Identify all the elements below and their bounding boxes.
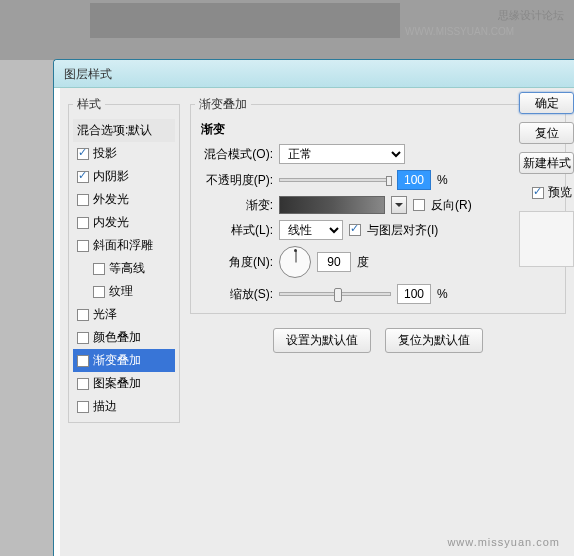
blend-mode-label: 混合模式(O): — [195, 146, 273, 163]
align-checkbox[interactable] — [349, 224, 361, 236]
style-checkbox[interactable] — [77, 217, 89, 229]
style-item[interactable]: 纹理 — [73, 280, 175, 303]
style-checkbox[interactable] — [77, 148, 89, 160]
gradient-sublabel: 渐变 — [201, 121, 561, 138]
style-item-label: 光泽 — [93, 306, 117, 323]
layer-style-dialog: 图层样式 样式 混合选项:默认 投影内阴影外发光内发光斜面和浮雕等高线纹理光泽颜… — [53, 59, 574, 556]
style-item-label: 描边 — [93, 398, 117, 415]
gradient-row: 渐变: 反向(R) — [195, 196, 561, 214]
style-row: 样式(L): 线性 与图层对齐(I) — [195, 220, 561, 240]
style-checkbox[interactable] — [77, 355, 89, 367]
angle-row: 角度(N): 90 度 — [195, 246, 561, 278]
style-checkbox[interactable] — [77, 171, 89, 183]
watermark-sub: WWW.MISSYUAN.COM — [405, 26, 514, 37]
style-item[interactable]: 投影 — [73, 142, 175, 165]
gradient-label: 渐变: — [195, 197, 273, 214]
style-item-label: 外发光 — [93, 191, 129, 208]
preview-swatch — [519, 211, 574, 267]
style-item-label: 图案叠加 — [93, 375, 141, 392]
watermark-main: 思缘设计论坛 — [498, 8, 564, 23]
style-item[interactable]: 斜面和浮雕 — [73, 234, 175, 257]
opacity-label: 不透明度(P): — [195, 172, 273, 189]
ok-button[interactable]: 确定 — [519, 92, 574, 114]
styles-items: 投影内阴影外发光内发光斜面和浮雕等高线纹理光泽颜色叠加渐变叠加图案叠加描边 — [73, 142, 175, 418]
reverse-label: 反向(R) — [431, 197, 472, 214]
style-item[interactable]: 等高线 — [73, 257, 175, 280]
preview-check-row: 预览 — [532, 184, 574, 201]
blend-mode-select[interactable]: 正常 — [279, 144, 405, 164]
gradient-overlay-legend: 渐变叠加 — [195, 96, 251, 113]
options-panel: 渐变叠加 渐变 混合模式(O): 正常 不透明度(P): 100 % 渐变: 反… — [190, 96, 566, 548]
opacity-thumb[interactable] — [386, 176, 392, 186]
preview-checkbox[interactable] — [532, 187, 544, 199]
align-label: 与图层对齐(I) — [367, 222, 438, 239]
style-item[interactable]: 颜色叠加 — [73, 326, 175, 349]
opacity-row: 不透明度(P): 100 % — [195, 170, 561, 190]
watermark-bottom: www.missyuan.com — [447, 536, 560, 548]
new-style-button[interactable]: 新建样式 — [519, 152, 574, 174]
style-checkbox[interactable] — [77, 240, 89, 252]
dialog-body: 样式 混合选项:默认 投影内阴影外发光内发光斜面和浮雕等高线纹理光泽颜色叠加渐变… — [60, 88, 574, 556]
style-item[interactable]: 描边 — [73, 395, 175, 418]
style-checkbox[interactable] — [77, 401, 89, 413]
style-item-label: 内发光 — [93, 214, 129, 231]
style-item[interactable]: 图案叠加 — [73, 372, 175, 395]
scale-unit: % — [437, 287, 448, 301]
style-item-label: 颜色叠加 — [93, 329, 141, 346]
preview-label: 预览 — [548, 184, 572, 201]
dialog-titlebar[interactable]: 图层样式 — [54, 60, 574, 88]
style-item-label: 等高线 — [109, 260, 145, 277]
cancel-button[interactable]: 复位 — [519, 122, 574, 144]
reverse-checkbox[interactable] — [413, 199, 425, 211]
styles-list: 混合选项:默认 — [73, 119, 175, 142]
angle-value[interactable]: 90 — [317, 252, 351, 272]
style-checkbox[interactable] — [93, 263, 105, 275]
gradient-dropdown-icon[interactable] — [391, 196, 407, 214]
scale-thumb[interactable] — [334, 288, 342, 302]
style-item-label: 纹理 — [109, 283, 133, 300]
style-item-label: 投影 — [93, 145, 117, 162]
style-item[interactable]: 内发光 — [73, 211, 175, 234]
style-checkbox[interactable] — [77, 332, 89, 344]
styles-fieldset: 样式 混合选项:默认 投影内阴影外发光内发光斜面和浮雕等高线纹理光泽颜色叠加渐变… — [68, 96, 180, 423]
style-item[interactable]: 光泽 — [73, 303, 175, 326]
blend-options-header[interactable]: 混合选项:默认 — [73, 119, 175, 142]
styles-legend: 样式 — [73, 96, 105, 113]
style-checkbox[interactable] — [77, 194, 89, 206]
scale-row: 缩放(S): 100 % — [195, 284, 561, 304]
blend-mode-row: 混合模式(O): 正常 — [195, 144, 561, 164]
scale-slider[interactable] — [279, 292, 391, 296]
opacity-unit: % — [437, 173, 448, 187]
gradient-preview[interactable] — [279, 196, 385, 214]
default-buttons-row: 设置为默认值 复位为默认值 — [190, 328, 566, 353]
style-checkbox[interactable] — [93, 286, 105, 298]
opacity-slider[interactable] — [279, 178, 391, 182]
scale-value[interactable]: 100 — [397, 284, 431, 304]
styles-panel: 样式 混合选项:默认 投影内阴影外发光内发光斜面和浮雕等高线纹理光泽颜色叠加渐变… — [68, 96, 180, 548]
gradient-overlay-fieldset: 渐变叠加 渐变 混合模式(O): 正常 不透明度(P): 100 % 渐变: 反… — [190, 96, 566, 314]
style-item[interactable]: 内阴影 — [73, 165, 175, 188]
scale-label: 缩放(S): — [195, 286, 273, 303]
style-select[interactable]: 线性 — [279, 220, 343, 240]
reset-default-button[interactable]: 复位为默认值 — [385, 328, 483, 353]
style-item[interactable]: 渐变叠加 — [73, 349, 175, 372]
background-inner — [90, 3, 400, 38]
style-label: 样式(L): — [195, 222, 273, 239]
style-checkbox[interactable] — [77, 378, 89, 390]
style-item-label: 斜面和浮雕 — [93, 237, 153, 254]
angle-label: 角度(N): — [195, 254, 273, 271]
style-item-label: 渐变叠加 — [93, 352, 141, 369]
set-default-button[interactable]: 设置为默认值 — [273, 328, 371, 353]
style-item[interactable]: 外发光 — [73, 188, 175, 211]
angle-dial[interactable] — [279, 246, 311, 278]
style-checkbox[interactable] — [77, 309, 89, 321]
opacity-value[interactable]: 100 — [397, 170, 431, 190]
angle-unit: 度 — [357, 254, 369, 271]
style-item-label: 内阴影 — [93, 168, 129, 185]
right-column: 确定 复位 新建样式 预览 — [516, 92, 574, 267]
